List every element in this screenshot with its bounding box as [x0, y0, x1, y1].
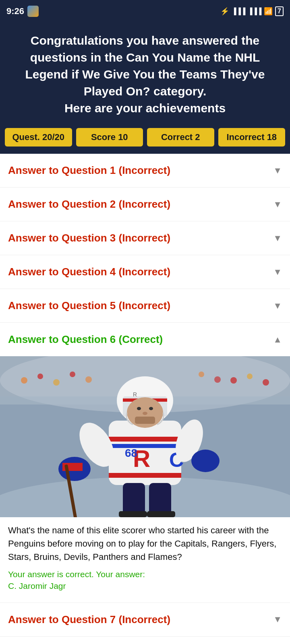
chevron-down-icon-3: ▼ — [273, 233, 282, 244]
svg-point-13 — [199, 372, 204, 377]
svg-point-34 — [143, 412, 147, 415]
svg-point-14 — [214, 376, 221, 383]
chevron-down-icon-4: ▼ — [273, 267, 282, 277]
accordion-item-3: Answer to Question 3 (Incorrect) ▼ — [0, 221, 290, 255]
accordion-item-1: Answer to Question 1 (Incorrect) ▼ — [0, 154, 290, 188]
time-display: 9:26 — [6, 6, 24, 17]
svg-rect-40 — [147, 511, 175, 517]
battery-indicator: 7 — [275, 6, 284, 16]
status-bar: 9:26 ⚡ ▐▐▐ ▐▐▐ 📶 7 — [0, 0, 290, 23]
accordion-header-1[interactable]: Answer to Question 1 (Incorrect) ▼ — [0, 154, 290, 187]
svg-point-11 — [247, 374, 253, 379]
svg-point-26 — [191, 450, 220, 472]
accordion-label-7: Answer to Question 7 (Incorrect) — [8, 613, 170, 626]
accordion-label-1: Answer to Question 1 (Incorrect) — [8, 164, 170, 177]
chevron-down-icon-7: ▼ — [273, 614, 282, 625]
header-section: Congratulations you have answered the qu… — [0, 23, 290, 128]
accordion-item-7: Answer to Question 7 (Incorrect) ▼ — [0, 603, 290, 637]
app-icon — [27, 6, 39, 17]
svg-rect-35 — [135, 417, 155, 424]
accordion-header-2[interactable]: Answer to Question 2 (Incorrect) ▼ — [0, 188, 290, 221]
svg-point-10 — [230, 377, 237, 384]
svg-point-7 — [53, 379, 60, 386]
svg-text:68: 68 — [125, 447, 137, 459]
answer-result-6: Your answer is correct. Your answer: C. … — [0, 566, 290, 594]
chevron-down-icon-1: ▼ — [273, 165, 282, 176]
accordion-label-3: Answer to Question 3 (Incorrect) — [8, 232, 170, 244]
accordion-item-4: Answer to Question 4 (Incorrect) ▼ — [0, 255, 290, 289]
accordion-item-2: Answer to Question 2 (Incorrect) ▼ — [0, 188, 290, 221]
accordion-header-6[interactable]: Answer to Question 6 (Correct) ▲ — [0, 323, 290, 356]
svg-point-12 — [263, 379, 269, 386]
svg-text:R: R — [133, 391, 137, 398]
svg-rect-37 — [123, 483, 145, 515]
accordion-header-7[interactable]: Answer to Question 7 (Incorrect) ▼ — [0, 603, 290, 636]
signal-icon-1: ▐▐▐ — [232, 8, 245, 15]
answer-question-text-6: What's the name of this elite scorer who… — [0, 517, 290, 566]
accordion-header-4[interactable]: Answer to Question 4 (Incorrect) ▼ — [0, 255, 290, 289]
svg-rect-16 — [109, 437, 181, 442]
svg-point-33 — [149, 407, 153, 410]
svg-point-32 — [137, 407, 141, 410]
chevron-down-icon-5: ▼ — [273, 301, 282, 311]
accordion-label-2: Answer to Question 2 (Incorrect) — [8, 198, 170, 211]
accordion-list: Answer to Question 1 (Incorrect) ▼ Answe… — [0, 154, 290, 637]
svg-rect-39 — [119, 511, 147, 517]
svg-rect-38 — [149, 483, 171, 515]
wifi-icon: 📶 — [264, 7, 273, 16]
bluetooth-icon: ⚡ — [220, 7, 229, 16]
stats-bar: Quest. 20/20 Score 10 Correct 2 Incorrec… — [0, 128, 290, 154]
accordion-label-6: Answer to Question 6 (Correct) — [8, 333, 163, 346]
accordion-header-3[interactable]: Answer to Question 3 (Incorrect) ▼ — [0, 221, 290, 255]
chevron-up-icon-6: ▲ — [273, 334, 282, 345]
svg-rect-18 — [109, 473, 181, 478]
svg-point-6 — [37, 374, 43, 379]
accordion-item-5: Answer to Question 5 (Incorrect) ▼ — [0, 289, 290, 323]
stat-score: Score 10 — [76, 128, 143, 147]
svg-point-8 — [70, 372, 75, 377]
header-title: Congratulations you have answered the qu… — [12, 32, 278, 117]
accordion-content-6: R C 68 — [0, 356, 290, 603]
stat-incorrect: Incorrect 18 — [218, 128, 286, 147]
stat-correct: Correct 2 — [147, 128, 214, 147]
stat-questions: Quest. 20/20 — [5, 128, 72, 147]
accordion-label-5: Answer to Question 5 (Incorrect) — [8, 299, 170, 312]
accordion-label-4: Answer to Question 4 (Incorrect) — [8, 266, 170, 278]
accordion-header-5[interactable]: Answer to Question 5 (Incorrect) ▼ — [0, 289, 290, 322]
chevron-down-icon-2: ▼ — [273, 199, 282, 210]
accordion-item-6: Answer to Question 6 (Correct) ▲ — [0, 323, 290, 603]
answer-image-6: R C 68 — [0, 356, 290, 517]
status-bar-left: 9:26 — [6, 6, 39, 17]
status-bar-right: ⚡ ▐▐▐ ▐▐▐ 📶 7 — [220, 6, 284, 16]
svg-point-9 — [85, 376, 92, 383]
signal-icon-2: ▐▐▐ — [248, 8, 261, 15]
svg-point-5 — [21, 377, 27, 384]
